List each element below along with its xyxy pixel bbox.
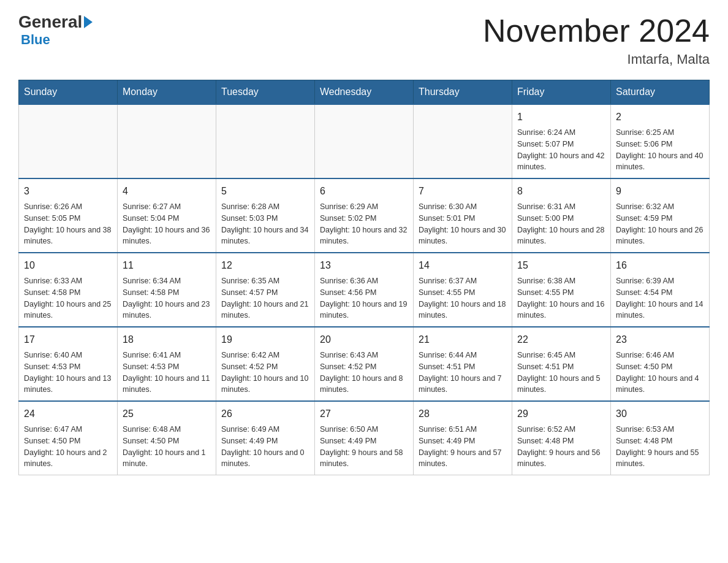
- day-number: 8: [517, 184, 605, 199]
- weekday-header: Monday: [118, 80, 216, 105]
- day-number: 1: [517, 110, 605, 124]
- day-number: 3: [24, 184, 112, 199]
- calendar-cell: 17Sunrise: 6:40 AMSunset: 4:53 PMDayligh…: [19, 327, 118, 401]
- calendar-cell: [19, 104, 118, 178]
- day-info: Sunrise: 6:31 AMSunset: 5:00 PMDaylight:…: [517, 201, 605, 247]
- calendar-cell: 20Sunrise: 6:43 AMSunset: 4:52 PMDayligh…: [315, 327, 414, 401]
- day-number: 16: [616, 258, 704, 273]
- calendar-cell: 23Sunrise: 6:46 AMSunset: 4:50 PMDayligh…: [611, 327, 710, 401]
- day-info: Sunrise: 6:47 AMSunset: 4:50 PMDaylight:…: [24, 424, 112, 470]
- calendar-cell: 25Sunrise: 6:48 AMSunset: 4:50 PMDayligh…: [118, 401, 216, 475]
- day-info: Sunrise: 6:37 AMSunset: 4:55 PMDaylight:…: [419, 275, 507, 321]
- calendar-subtitle: Imtarfa, Malta: [483, 52, 710, 67]
- calendar-cell: 8Sunrise: 6:31 AMSunset: 5:00 PMDaylight…: [512, 178, 611, 253]
- day-info: Sunrise: 6:48 AMSunset: 4:50 PMDaylight:…: [123, 424, 211, 470]
- calendar-cell: 15Sunrise: 6:38 AMSunset: 4:55 PMDayligh…: [512, 253, 611, 327]
- logo-blue: Blue: [21, 32, 50, 47]
- calendar-cell: [216, 104, 315, 178]
- day-info: Sunrise: 6:40 AMSunset: 4:53 PMDaylight:…: [24, 350, 112, 396]
- day-number: 27: [320, 407, 408, 421]
- day-number: 18: [123, 332, 211, 347]
- calendar-cell: [315, 104, 414, 178]
- day-number: 15: [517, 258, 605, 273]
- logo-general: General: [18, 12, 82, 32]
- day-number: 21: [419, 332, 507, 347]
- day-info: Sunrise: 6:50 AMSunset: 4:49 PMDaylight:…: [320, 424, 408, 470]
- calendar-cell: 24Sunrise: 6:47 AMSunset: 4:50 PMDayligh…: [19, 401, 118, 475]
- calendar-cell: 12Sunrise: 6:35 AMSunset: 4:57 PMDayligh…: [216, 253, 315, 327]
- calendar-cell: 21Sunrise: 6:44 AMSunset: 4:51 PMDayligh…: [414, 327, 512, 401]
- day-number: 4: [123, 184, 211, 199]
- day-number: 10: [24, 258, 112, 273]
- day-number: 12: [221, 258, 309, 273]
- day-info: Sunrise: 6:49 AMSunset: 4:49 PMDaylight:…: [221, 424, 309, 470]
- calendar-cell: [414, 104, 512, 178]
- calendar-table: SundayMondayTuesdayWednesdayThursdayFrid…: [18, 80, 710, 475]
- title-area: November 2024 Imtarfa, Malta: [483, 12, 710, 67]
- calendar-cell: [118, 104, 216, 178]
- calendar-cell: 11Sunrise: 6:34 AMSunset: 4:58 PMDayligh…: [118, 253, 216, 327]
- day-number: 5: [221, 184, 309, 199]
- day-number: 24: [24, 407, 112, 421]
- day-number: 22: [517, 332, 605, 347]
- day-number: 2: [616, 110, 704, 124]
- day-number: 25: [123, 407, 211, 421]
- day-info: Sunrise: 6:51 AMSunset: 4:49 PMDaylight:…: [419, 424, 507, 470]
- day-number: 20: [320, 332, 408, 347]
- calendar-cell: 27Sunrise: 6:50 AMSunset: 4:49 PMDayligh…: [315, 401, 414, 475]
- calendar-cell: 6Sunrise: 6:29 AMSunset: 5:02 PMDaylight…: [315, 178, 414, 253]
- calendar-cell: 19Sunrise: 6:42 AMSunset: 4:52 PMDayligh…: [216, 327, 315, 401]
- calendar-cell: 29Sunrise: 6:52 AMSunset: 4:48 PMDayligh…: [512, 401, 611, 475]
- day-info: Sunrise: 6:28 AMSunset: 5:03 PMDaylight:…: [221, 201, 309, 247]
- calendar-cell: 4Sunrise: 6:27 AMSunset: 5:04 PMDaylight…: [118, 178, 216, 253]
- day-info: Sunrise: 6:44 AMSunset: 4:51 PMDaylight:…: [419, 350, 507, 396]
- day-info: Sunrise: 6:38 AMSunset: 4:55 PMDaylight:…: [517, 275, 605, 321]
- day-info: Sunrise: 6:29 AMSunset: 5:02 PMDaylight:…: [320, 201, 408, 247]
- day-info: Sunrise: 6:53 AMSunset: 4:48 PMDaylight:…: [616, 424, 704, 470]
- day-info: Sunrise: 6:33 AMSunset: 4:58 PMDaylight:…: [24, 275, 112, 321]
- calendar-cell: 16Sunrise: 6:39 AMSunset: 4:54 PMDayligh…: [611, 253, 710, 327]
- day-number: 9: [616, 184, 704, 199]
- day-number: 7: [419, 184, 507, 199]
- day-info: Sunrise: 6:52 AMSunset: 4:48 PMDaylight:…: [517, 424, 605, 470]
- calendar-week-row: 10Sunrise: 6:33 AMSunset: 4:58 PMDayligh…: [19, 253, 710, 327]
- calendar-cell: 22Sunrise: 6:45 AMSunset: 4:51 PMDayligh…: [512, 327, 611, 401]
- page-header: General Blue November 2024 Imtarfa, Malt…: [18, 12, 710, 67]
- day-number: 11: [123, 258, 211, 273]
- day-info: Sunrise: 6:45 AMSunset: 4:51 PMDaylight:…: [517, 350, 605, 396]
- day-info: Sunrise: 6:43 AMSunset: 4:52 PMDaylight:…: [320, 350, 408, 396]
- calendar-cell: 13Sunrise: 6:36 AMSunset: 4:56 PMDayligh…: [315, 253, 414, 327]
- calendar-cell: 7Sunrise: 6:30 AMSunset: 5:01 PMDaylight…: [414, 178, 512, 253]
- weekday-header-row: SundayMondayTuesdayWednesdayThursdayFrid…: [19, 80, 710, 105]
- calendar-cell: 30Sunrise: 6:53 AMSunset: 4:48 PMDayligh…: [611, 401, 710, 475]
- logo-arrow-icon: [84, 16, 93, 28]
- day-info: Sunrise: 6:25 AMSunset: 5:06 PMDaylight:…: [616, 127, 704, 173]
- day-info: Sunrise: 6:32 AMSunset: 4:59 PMDaylight:…: [616, 201, 704, 247]
- day-number: 30: [616, 407, 704, 421]
- weekday-header: Saturday: [611, 80, 710, 105]
- calendar-cell: 28Sunrise: 6:51 AMSunset: 4:49 PMDayligh…: [414, 401, 512, 475]
- logo: General Blue: [18, 12, 93, 48]
- day-info: Sunrise: 6:27 AMSunset: 5:04 PMDaylight:…: [123, 201, 211, 247]
- day-number: 6: [320, 184, 408, 199]
- calendar-cell: 5Sunrise: 6:28 AMSunset: 5:03 PMDaylight…: [216, 178, 315, 253]
- day-number: 13: [320, 258, 408, 273]
- day-number: 14: [419, 258, 507, 273]
- day-info: Sunrise: 6:42 AMSunset: 4:52 PMDaylight:…: [221, 350, 309, 396]
- calendar-title: November 2024: [483, 12, 710, 49]
- calendar-cell: 2Sunrise: 6:25 AMSunset: 5:06 PMDaylight…: [611, 104, 710, 178]
- weekday-header: Sunday: [19, 80, 118, 105]
- day-info: Sunrise: 6:46 AMSunset: 4:50 PMDaylight:…: [616, 350, 704, 396]
- day-number: 29: [517, 407, 605, 421]
- day-info: Sunrise: 6:41 AMSunset: 4:53 PMDaylight:…: [123, 350, 211, 396]
- calendar-cell: 3Sunrise: 6:26 AMSunset: 5:05 PMDaylight…: [19, 178, 118, 253]
- day-info: Sunrise: 6:34 AMSunset: 4:58 PMDaylight:…: [123, 275, 211, 321]
- day-info: Sunrise: 6:24 AMSunset: 5:07 PMDaylight:…: [517, 127, 605, 173]
- day-info: Sunrise: 6:26 AMSunset: 5:05 PMDaylight:…: [24, 201, 112, 247]
- calendar-week-row: 17Sunrise: 6:40 AMSunset: 4:53 PMDayligh…: [19, 327, 710, 401]
- calendar-cell: 9Sunrise: 6:32 AMSunset: 4:59 PMDaylight…: [611, 178, 710, 253]
- day-number: 19: [221, 332, 309, 347]
- day-info: Sunrise: 6:39 AMSunset: 4:54 PMDaylight:…: [616, 275, 704, 321]
- calendar-cell: 26Sunrise: 6:49 AMSunset: 4:49 PMDayligh…: [216, 401, 315, 475]
- calendar-week-row: 24Sunrise: 6:47 AMSunset: 4:50 PMDayligh…: [19, 401, 710, 475]
